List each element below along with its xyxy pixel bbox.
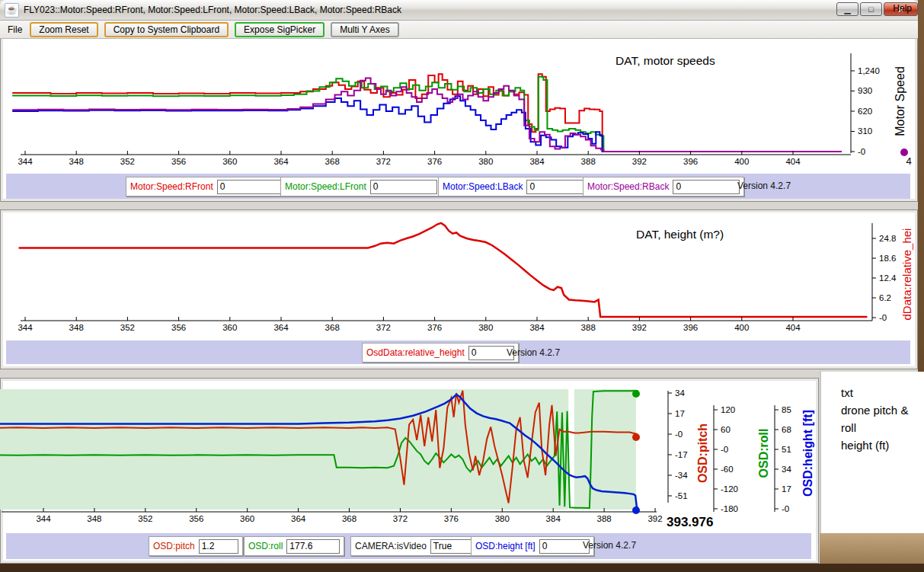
video-active-region xyxy=(0,389,568,510)
x-tick-label: 384 xyxy=(529,157,545,166)
signal-value-rback[interactable] xyxy=(673,180,740,194)
notes-line: drone pitch & xyxy=(841,401,924,419)
signal-label-lfront: Motor:Speed:LFront xyxy=(285,181,366,192)
x-tick-label: 356 xyxy=(189,514,203,523)
x-tick-label: 348 xyxy=(87,514,101,523)
y-tick-label: 12.4 xyxy=(879,273,897,283)
y-tick-label: 120 xyxy=(721,405,735,414)
version-text: Version 4.2.7 xyxy=(737,181,791,191)
x-tick-label: 388 xyxy=(581,323,596,332)
multi-y-axes-button[interactable]: Multi Y Axes xyxy=(331,22,399,37)
signal-box-relative-height: OsdData:relative_height xyxy=(362,343,519,363)
x-tick-label: 388 xyxy=(597,514,612,523)
x-tick-label: 348 xyxy=(69,323,84,332)
signal-label-lback: Motor:Speed:LBack xyxy=(443,181,523,192)
y-tick-label: 17 xyxy=(782,484,791,494)
y-tick-label: -17 xyxy=(675,450,688,459)
help-menu[interactable]: Help xyxy=(893,3,912,14)
minimize-button[interactable]: ▁ xyxy=(836,2,858,16)
desktop-patch xyxy=(820,533,924,564)
marker-dot xyxy=(632,506,640,514)
menu-bar: File Zoom Reset Copy to System Clipboard… xyxy=(0,21,918,39)
notes-line: height (ft) xyxy=(841,436,924,454)
y-tick-label: 18.6 xyxy=(879,254,896,263)
y-tick-label: -51 xyxy=(675,491,688,500)
zoom-reset-button[interactable]: Zoom Reset xyxy=(30,22,98,37)
height-axis-label: OSD:height [ft] xyxy=(801,410,814,497)
signal-box-rback: Motor:Speed:RBack xyxy=(583,177,744,197)
relative-height-chart[interactable]: 3443483523563603643683723763803843883923… xyxy=(0,212,916,340)
chart2-title: DAT, height (m?) xyxy=(636,228,724,241)
signal-value-osd-height[interactable] xyxy=(539,539,590,554)
java-app-icon: ☕ xyxy=(5,3,19,18)
x-tick-label: 344 xyxy=(18,157,33,166)
signal-box-pitch: OSD:pitch xyxy=(149,536,243,556)
x-tick-label: 364 xyxy=(273,157,289,166)
chart1-y-axis-label: Motor Speed xyxy=(894,66,906,136)
x-tick-label: 384 xyxy=(529,323,545,332)
pitch-axis-label: OSD:pitch xyxy=(696,423,709,483)
signal-value-lfront[interactable] xyxy=(370,180,437,194)
x-tick-label: 360 xyxy=(222,323,237,332)
x-tick-label: 396 xyxy=(683,323,698,332)
x-tick-label: 368 xyxy=(325,157,340,166)
y-tick-label: -0 xyxy=(782,504,789,513)
y-tick-label: 60 xyxy=(721,425,731,434)
version-text: Version 4.2.7 xyxy=(583,540,636,551)
signal-box-roll: OSD:roll xyxy=(244,536,344,556)
file-menu[interactable]: File xyxy=(0,24,30,35)
x-tick-label: 352 xyxy=(120,157,135,166)
signal-label-isvideo: CAMERA:isVideo xyxy=(355,541,427,551)
y-tick-label: -120 xyxy=(721,484,738,494)
osd-signal-row: OSD:pitch OSD:roll CAMERA:isVideo OSD:he… xyxy=(6,533,811,559)
height-signal-row: OsdData:relative_height Version 4.2.7 xyxy=(6,340,910,364)
y-tick-label: 34 xyxy=(782,465,791,474)
signal-label-relative-height: OsdData:relative_height xyxy=(366,347,465,358)
x-tick-label: 356 xyxy=(171,157,186,166)
x-tick-label: 392 xyxy=(632,157,647,166)
y-tick-label: -0 xyxy=(858,147,865,156)
signal-label-osd-height: OSD:height [ft] xyxy=(475,541,536,551)
y-tick-label: 6.2 xyxy=(879,293,891,302)
x-tick-label: 380 xyxy=(478,157,493,166)
x-tick-label: 384 xyxy=(546,514,561,523)
x-tick-label: 376 xyxy=(427,157,442,166)
x-tick-label: 392 xyxy=(632,323,647,332)
x-tick-label: 344 xyxy=(18,323,33,332)
signal-value-rfront[interactable] xyxy=(217,180,284,194)
signal-value-roll[interactable] xyxy=(286,539,340,554)
signal-box-lback: Motor:Speed:LBack xyxy=(438,177,598,197)
x-tick-label: 356 xyxy=(171,323,186,332)
x-tick-label: 380 xyxy=(478,323,493,332)
x-tick-label: 404 xyxy=(785,157,801,166)
x-tick-label: 388 xyxy=(581,157,596,166)
y-tick-label: 620 xyxy=(858,107,872,116)
y-tick-label: -0 xyxy=(721,445,728,454)
x-tick-label: 368 xyxy=(342,514,356,523)
notes-window[interactable]: txt drone pitch & roll height (ft) xyxy=(820,372,924,533)
x-tick-label: 372 xyxy=(376,157,391,166)
x-tick-label: 372 xyxy=(376,323,391,332)
y-tick-label: -60 xyxy=(721,465,734,474)
pitch-roll-height-chart[interactable]: 3403443483523563603643683723763803843883… xyxy=(0,379,817,532)
y-tick-label: 68 xyxy=(782,425,791,434)
y-tick-label: 85 xyxy=(782,405,791,414)
signal-box-rfront: Motor:Speed:RFront xyxy=(126,177,289,197)
motor-speeds-chart[interactable]: 3443483523563603643683723763803843883923… xyxy=(0,42,916,174)
expose-sigpicker-button[interactable]: Expose SigPicker xyxy=(235,22,325,37)
y-tick-label: 1,240 xyxy=(858,66,880,75)
x-tick-label: 400 xyxy=(734,323,749,332)
signal-box-osd-height: OSD:height [ft] xyxy=(471,536,594,556)
expose-sigpicker-label: Expose SigPicker xyxy=(244,24,315,35)
x-tick-label: 360 xyxy=(222,157,237,166)
copy-to-clipboard-button[interactable]: Copy to System Clipboard xyxy=(104,22,229,37)
chart2-y-axis-label: dData:relative_hei xyxy=(900,228,913,321)
y-tick-label: 930 xyxy=(858,86,872,95)
signal-value-pitch[interactable] xyxy=(199,539,238,554)
x-tick-label: 376 xyxy=(444,514,459,523)
x-tick-label: 396 xyxy=(683,157,698,166)
y-tick-label: 51 xyxy=(782,445,791,454)
signal-label-roll: OSD:roll xyxy=(248,541,283,551)
maximize-button[interactable]: □ xyxy=(860,2,882,16)
x-tick-label: 352 xyxy=(138,514,152,523)
